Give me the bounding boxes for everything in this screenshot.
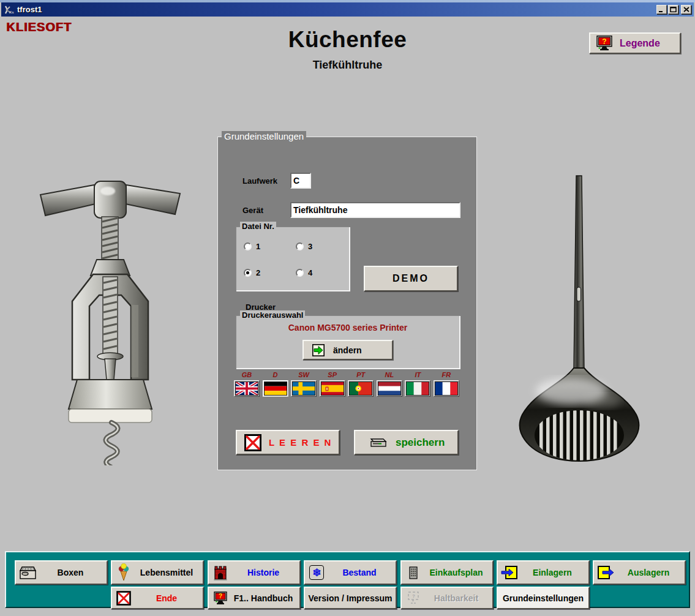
radio-icon [296, 242, 304, 250]
toolbar-button-version-impressum[interactable]: Version / Impressum [304, 587, 397, 609]
druckerauswahl-legend: Druckerauswahl [240, 310, 305, 320]
datei-nr-group: Datei Nr. 1 3 2 4 [236, 227, 350, 291]
flag-label-gb: GB [234, 371, 260, 378]
red-x-box-icon [244, 434, 261, 451]
skimmer-photo [510, 173, 650, 470]
flag-button-fr[interactable] [434, 380, 459, 397]
app-icon: Ks [4, 5, 14, 15]
speichern-button[interactable]: speichern [354, 430, 459, 455]
printer-name: Canon MG5700 series Printer [236, 323, 460, 332]
help-monitor-icon: ? [211, 592, 230, 605]
disk-drive-icon [369, 437, 387, 449]
window-title: tfrost1 [17, 5, 42, 14]
box-icon [18, 566, 37, 580]
geraet-label: Gerät [242, 206, 263, 215]
maximize-button[interactable] [668, 5, 678, 14]
castle-icon [211, 565, 230, 580]
flag-label-d: D [263, 371, 288, 378]
flag-button-sp[interactable] [320, 380, 345, 397]
red-x-box-icon [115, 591, 133, 606]
main-toolbar: Boxen Lebensmittel [5, 551, 690, 608]
flag-label-fr: FR [434, 371, 459, 378]
radio-icon [296, 269, 304, 277]
svg-text:?: ? [412, 593, 415, 599]
toolbar-button-lebensmittel[interactable]: Lebensmittel [111, 560, 204, 585]
radio-icon-checked [244, 269, 252, 277]
toolbar-button-historie[interactable]: Historie [208, 560, 301, 585]
flag-label-sw: SW [291, 371, 317, 378]
toolbar-button-boxen[interactable]: Boxen [15, 560, 108, 585]
demo-button[interactable]: DEMO [364, 266, 458, 291]
panel-legend: Grundeinstellungen [222, 131, 306, 141]
change-arrow-icon [312, 344, 325, 356]
notepad-icon [404, 566, 423, 579]
toolbar-button-auslagern[interactable]: Auslagern [593, 560, 686, 585]
druckerauswahl-group: Druckerauswahl Canon MG5700 series Print… [236, 315, 460, 369]
geraet-input[interactable] [290, 202, 460, 218]
application-window: Ks tfrost1 KLIESOFT Küchenfee Tiefkühltr… [0, 0, 695, 616]
toolbar-button-haltbarkeit: ? Haltbarkeit [400, 587, 494, 609]
flag-button-pt[interactable] [348, 380, 374, 397]
close-icon[interactable] [681, 5, 691, 14]
toolbar-button-grundeinstellungen[interactable]: Grundeinstellungen [497, 587, 590, 609]
page-subtitle: Tiefkühltruhe [0, 59, 695, 72]
flag-button-d[interactable] [263, 380, 288, 397]
leeren-label: L E E R E N [269, 437, 332, 448]
corkscrew-photo [36, 178, 186, 468]
flag-button-sw[interactable] [291, 380, 317, 397]
ghost-monitor-icon: ? [404, 592, 423, 605]
flag-labels: GB D SW SP PT NL IT FR [234, 371, 459, 378]
laufwerk-label: Laufwerk [242, 176, 277, 186]
radio-datei-4[interactable]: 4 [296, 268, 312, 277]
titlebar[interactable]: Ks tfrost1 [1, 2, 694, 17]
aendern-button[interactable]: ändern [302, 340, 393, 360]
radio-icon [244, 242, 252, 250]
datei-nr-legend: Datei Nr. [240, 222, 276, 231]
radio-datei-1[interactable]: 1 [244, 242, 260, 251]
flag-label-it: IT [405, 371, 430, 378]
question-glyph: ? [596, 37, 612, 47]
store-out-icon [596, 565, 615, 580]
toolbar-button-bestand[interactable]: ❄ Bestand [304, 560, 397, 585]
leeren-button[interactable]: L E E R E N [236, 430, 340, 455]
flag-button-it[interactable] [405, 380, 430, 397]
flag-button-nl[interactable] [377, 380, 402, 397]
toolbar-button-einlagern[interactable]: Einlagern [497, 560, 590, 585]
radio-datei-2[interactable]: 2 [244, 268, 260, 277]
svg-text:Ks: Ks [9, 10, 14, 14]
language-flags: GB D SW SP PT NL IT FR [234, 371, 459, 397]
store-in-icon [500, 565, 519, 580]
laufwerk-input[interactable] [290, 173, 311, 189]
legende-label: Legende [620, 38, 660, 49]
aendern-label: ändern [333, 345, 362, 355]
flag-label-pt: PT [348, 371, 374, 378]
toolbar-button-handbuch[interactable]: ? F1.. Handbuch [208, 587, 301, 609]
ice-cream-icon [115, 563, 133, 582]
radio-datei-3[interactable]: 3 [296, 242, 312, 251]
toolbar-button-ende[interactable]: Ende [111, 587, 204, 609]
legende-button[interactable]: ? Legende [589, 32, 681, 54]
toolbar-button-einkaufsplan[interactable]: Einkaufsplan [400, 560, 494, 585]
grundeinstellungen-panel: Grundeinstellungen Laufwerk Gerät Datei … [217, 137, 477, 470]
snowflake-icon: ❄ [307, 565, 326, 580]
help-monitor-icon: ? [596, 36, 612, 51]
flag-label-nl: NL [377, 371, 402, 378]
minimize-button[interactable] [656, 5, 667, 14]
speichern-label: speichern [396, 437, 445, 449]
flag-label-sp: SP [320, 371, 345, 378]
flag-button-gb[interactable] [234, 380, 260, 397]
